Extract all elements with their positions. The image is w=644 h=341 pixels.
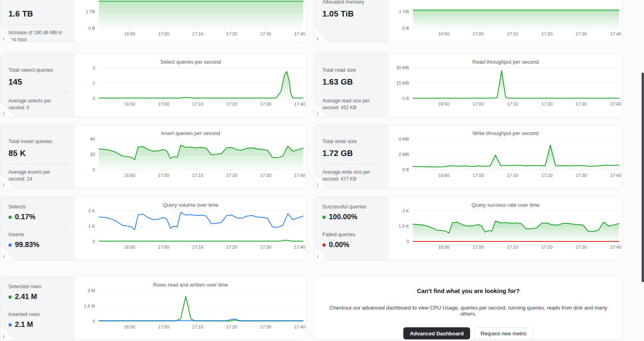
stat-subtitle: Average write size per second: 477 KB — [322, 169, 381, 183]
chart-panel: Query success rate over time 01.5 K3 K16… — [389, 197, 622, 260]
svg-text:1: 1 — [93, 81, 95, 85]
svg-text:15 MB: 15 MB — [396, 81, 409, 85]
svg-text:0 B: 0 B — [402, 96, 409, 101]
svg-text:17:40: 17:40 — [294, 31, 305, 36]
divider — [8, 306, 67, 306]
svg-text:17:20: 17:20 — [541, 31, 553, 36]
svg-text:16:50: 16:50 — [124, 173, 135, 178]
svg-text:16:50: 16:50 — [438, 173, 450, 178]
svg-text:17:10: 17:10 — [192, 31, 203, 36]
stat-label-inserted-rows: Inserted rows — [8, 311, 67, 317]
info-icon[interactable]: i — [3, 183, 4, 187]
stat-panel: Total insert queries 85 K Average insert… — [0, 125, 75, 188]
select-qps-chart: 01216:5017:0017:1017:2017:3017:40 — [75, 54, 306, 117]
vertical-scrollbar-thumb[interactable] — [642, 73, 644, 282]
stat-value: 99.83% — [15, 241, 39, 249]
svg-text:16:50: 16:50 — [438, 102, 450, 106]
svg-text:17:10: 17:10 — [507, 102, 518, 106]
stat-value: 2.1 M — [15, 320, 33, 329]
svg-text:2 MB: 2 MB — [398, 152, 409, 157]
stat-panel: Total select queries 145 Average selects… — [0, 54, 75, 117]
svg-text:17:30: 17:30 — [576, 173, 587, 178]
query-volume-chart: 01 K2 K16:5017:0017:1017:2017:3017:40 — [75, 197, 306, 260]
stat-panel: Allocated memory 1.05 TiB i — [314, 0, 389, 42]
info-icon[interactable]: i — [3, 254, 4, 259]
svg-text:0: 0 — [407, 239, 409, 244]
svg-text:16:50: 16:50 — [438, 245, 450, 250]
divider — [8, 92, 67, 93]
stat-label-failed: Failed queries — [322, 231, 381, 237]
stat-value: 85 K — [8, 149, 67, 158]
stat-value: 0.00% — [329, 241, 349, 249]
info-icon[interactable]: i — [317, 254, 318, 259]
svg-text:2: 2 — [93, 65, 95, 70]
svg-text:4 MB: 4 MB — [398, 137, 409, 141]
stat-title: Total select queries — [8, 67, 67, 73]
svg-text:17:40: 17:40 — [610, 31, 621, 36]
disk-usage-chart: 0 B1 TB16:5017:0017:1017:2017:3017:40 — [75, 0, 306, 42]
svg-text:17:10: 17:10 — [507, 31, 518, 36]
stat-panel: Selects 0.17% Inserts 99.83% i — [0, 197, 75, 260]
info-icon[interactable]: i — [3, 36, 4, 41]
svg-text:17:40: 17:40 — [294, 102, 305, 106]
chart-panel: Rows read and written over time 01.5 M3 … — [75, 277, 306, 340]
svg-text:16:50: 16:50 — [124, 245, 135, 250]
request-new-metric-button[interactable]: Request new metric — [474, 327, 533, 339]
stat-panel: Total read size 1.63 GB Average read siz… — [314, 54, 389, 117]
info-icon[interactable]: i — [3, 111, 4, 116]
write-throughput-chart: 0 B2 MB4 MB16:5017:0017:1017:2017:3017:4… — [389, 125, 622, 188]
info-icon[interactable]: i — [3, 334, 4, 339]
stat-value: 1.63 GB — [322, 77, 381, 87]
dashboard-row-1: 1.6 TB Increase of 190.46 MB in last hou… — [0, 0, 623, 42]
allocated-memory-chart: 0 B1 TiB16:5017:0017:1017:2017:3017:40 — [389, 0, 622, 42]
svg-text:17:00: 17:00 — [158, 102, 169, 106]
svg-text:17:40: 17:40 — [610, 173, 621, 178]
cta-body: Checkout our advanced dashboard to view … — [328, 305, 609, 317]
svg-text:17:20: 17:20 — [226, 173, 237, 178]
divider — [8, 24, 67, 25]
corner-fold — [0, 246, 14, 260]
svg-text:17:10: 17:10 — [507, 173, 518, 178]
advanced-dashboard-button[interactable]: Advanced Dashboard — [403, 327, 470, 339]
svg-text:17:20: 17:20 — [226, 102, 237, 106]
stat-subtitle: Average read size per second: 452 KB — [322, 98, 381, 112]
svg-text:16:50: 16:50 — [438, 31, 450, 36]
info-icon[interactable]: i — [317, 111, 318, 116]
svg-text:17:10: 17:10 — [192, 102, 203, 106]
dashboard-row-3: Total insert queries 85 K Average insert… — [0, 125, 623, 189]
stat-value: 0.17% — [15, 213, 35, 221]
corner-fold — [314, 103, 328, 117]
svg-text:17:30: 17:30 — [576, 31, 587, 36]
svg-text:17:20: 17:20 — [541, 245, 553, 250]
green-dot-icon — [8, 216, 12, 219]
stat-value: 1.72 GB — [322, 149, 381, 158]
svg-text:1 K: 1 K — [88, 224, 95, 229]
svg-text:17:30: 17:30 — [260, 245, 271, 250]
svg-text:16:50: 16:50 — [124, 102, 135, 106]
svg-text:40: 40 — [90, 137, 95, 141]
svg-text:17:40: 17:40 — [294, 324, 305, 329]
chart-panel: Read throughput per second 0 B15 MB30 MB… — [389, 54, 622, 117]
stat-panel: Selected rows 2.41 M Inserted rows 2.1 M… — [0, 277, 75, 340]
metric-card-query-split: Selects 0.17% Inserts 99.83% i Query vol… — [0, 197, 307, 260]
svg-text:17:30: 17:30 — [576, 102, 587, 106]
svg-text:1 TB: 1 TB — [86, 9, 95, 14]
metric-card-insert-queries: Total insert queries 85 K Average insert… — [0, 125, 307, 189]
svg-text:17:00: 17:00 — [158, 245, 169, 250]
stat-value-failed: 0.00% — [322, 241, 381, 249]
divider — [322, 226, 381, 227]
dashboard-row-2: Total select queries 145 Average selects… — [0, 54, 623, 117]
stat-subtitle: Average selects per second: 0 — [8, 98, 67, 112]
svg-text:17:10: 17:10 — [192, 324, 203, 329]
chart-panel: Insert queries per second 0204016:5017:0… — [75, 125, 306, 188]
svg-text:1 TiB: 1 TiB — [399, 9, 409, 14]
corner-fold — [0, 175, 14, 188]
metric-card-query-success: Successful queries 100.00% Failed querie… — [314, 197, 623, 260]
svg-text:17:00: 17:00 — [473, 173, 484, 178]
cta-heading: Can't find what you are looking for? — [417, 287, 520, 294]
info-icon[interactable]: i — [317, 183, 318, 187]
svg-text:17:20: 17:20 — [226, 245, 237, 250]
svg-text:1.5 M: 1.5 M — [84, 304, 95, 308]
info-icon[interactable]: i — [317, 36, 318, 41]
divider — [322, 164, 381, 164]
